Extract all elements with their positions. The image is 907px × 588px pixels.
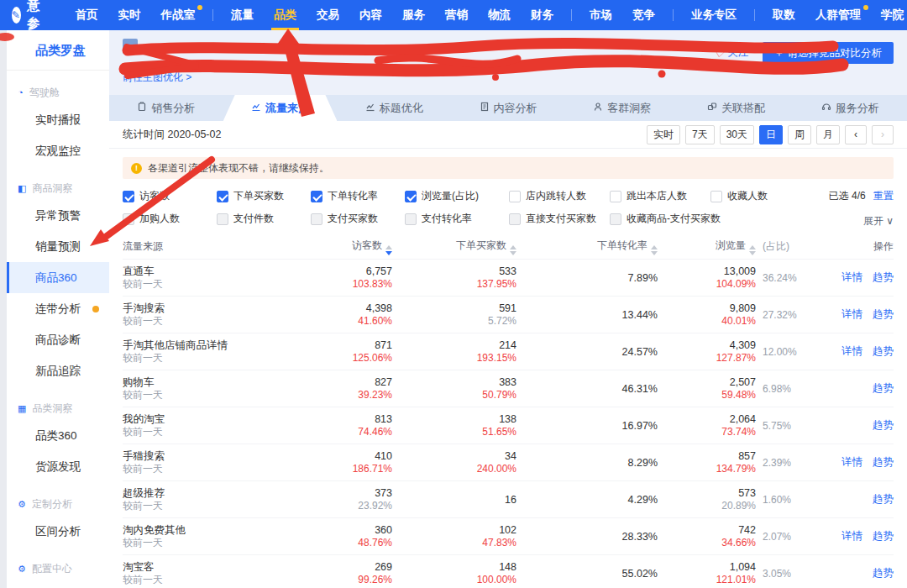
brand[interactable]: ✎ 生意参谋	[12, 0, 49, 50]
sort-icon[interactable]	[510, 245, 516, 255]
nav-item[interactable]: 作战室	[151, 0, 206, 30]
sort-icon[interactable]	[651, 245, 658, 255]
sidebar-item[interactable]: 异常预警	[7, 200, 109, 231]
action-link[interactable]: 趋势	[873, 381, 894, 396]
range-button[interactable]: 日	[759, 125, 783, 144]
nav-item[interactable]: 竞争	[622, 0, 665, 30]
sidebar-item[interactable]: 配置计划	[7, 580, 109, 588]
metric-checkbox[interactable]: 店内跳转人数	[509, 189, 610, 203]
metric-checkbox[interactable]: 加购人数	[123, 212, 217, 226]
col-header[interactable]: 浏览量	[658, 239, 756, 255]
nav-item[interactable]: 取数	[763, 0, 805, 30]
nav-item[interactable]: 流量	[221, 0, 264, 30]
checkbox-checked[interactable]	[405, 191, 417, 202]
range-button[interactable]: 周	[788, 125, 811, 144]
nav-item[interactable]: 学院	[871, 0, 907, 30]
sort-icon[interactable]	[385, 245, 392, 255]
checkbox-checked[interactable]	[123, 191, 134, 202]
tab-service[interactable]: 服务分析	[793, 95, 907, 121]
reset-button[interactable]: 重置	[873, 190, 894, 202]
sidebar-item[interactable]: 销量预测	[7, 231, 109, 262]
tab-title[interactable]: 标题优化	[337, 95, 451, 121]
checkbox-unchecked[interactable]	[217, 213, 228, 225]
metric-checkbox[interactable]: 收藏商品-支付买家数	[610, 212, 721, 226]
prev-button[interactable]: ‹	[845, 125, 867, 144]
checkbox-unchecked[interactable]	[509, 191, 521, 202]
action-link[interactable]: 详情	[841, 344, 862, 359]
metric-checkbox[interactable]: 支付件数	[217, 212, 311, 226]
action-link[interactable]: 趋势	[873, 344, 894, 359]
metric-checkbox[interactable]: 直接支付买家数	[509, 212, 610, 226]
sidebar-item[interactable]: 区间分析	[7, 516, 109, 547]
checkbox-unchecked[interactable]	[123, 213, 134, 225]
action-link[interactable]: 趋势	[873, 307, 894, 322]
action-link[interactable]: 趋势	[873, 455, 894, 470]
tab-traffic[interactable]: 流量来源	[223, 95, 338, 121]
sort-icon[interactable]	[749, 245, 756, 255]
visitors-change: 186.71%	[312, 463, 392, 475]
range-button[interactable]: 30天	[720, 125, 754, 144]
checkbox-unchecked[interactable]	[405, 213, 417, 225]
col-header[interactable]: 下单买家数	[392, 239, 516, 255]
nav-item[interactable]: 交易	[307, 0, 349, 30]
tab-contentdoc[interactable]: 内容分析	[451, 95, 565, 121]
checkbox-unchecked[interactable]	[509, 213, 521, 225]
range-button[interactable]: 实时	[647, 125, 680, 144]
sidebar-item[interactable]: 宏观监控	[7, 135, 109, 166]
nav-item[interactable]: 财务	[521, 0, 564, 30]
action-link[interactable]: 趋势	[873, 492, 894, 507]
col-header[interactable]: 访客数	[312, 239, 392, 255]
sidebar-item[interactable]: 商品诊断	[7, 324, 109, 355]
action-link[interactable]: 详情	[841, 270, 862, 285]
goto-main-image-link[interactable]: 前往主图优化 >	[123, 71, 191, 85]
tab-sales[interactable]: 销售分析	[109, 95, 223, 121]
col-header[interactable]: 下单转化率	[516, 239, 658, 255]
checkbox-unchecked[interactable]	[311, 213, 322, 225]
range-button[interactable]: 7天	[685, 125, 715, 144]
sidebar-item[interactable]: 商品360	[7, 262, 109, 293]
nav-item[interactable]: 营销	[435, 0, 478, 30]
metric-checkbox[interactable]: 支付买家数	[311, 212, 405, 226]
metric-checkbox[interactable]: 支付转化率	[405, 212, 509, 226]
nav-item[interactable]: 内容	[349, 0, 392, 30]
action-link[interactable]: 趋势	[873, 529, 894, 543]
metric-checkbox[interactable]: 下单转化率	[311, 189, 405, 203]
metric-checkbox[interactable]: 访客数	[123, 189, 217, 203]
nav-item[interactable]: 服务	[392, 0, 435, 30]
tab-audience[interactable]: 客群洞察	[565, 95, 679, 121]
range-button[interactable]: 月	[816, 125, 840, 144]
sidebar-item[interactable]: 实时播报	[7, 104, 109, 135]
nav-item[interactable]: 市场	[579, 0, 622, 30]
metric-checkbox[interactable]: 浏览量(占比)	[405, 189, 509, 203]
follow-button[interactable]: ♡ 关注	[714, 45, 749, 60]
product-thumbnail[interactable]	[123, 39, 138, 54]
sidebar-item[interactable]: 新品追踪	[7, 355, 109, 386]
nav-item[interactable]: 物流	[478, 0, 521, 30]
action-link[interactable]: 详情	[841, 307, 862, 322]
action-link[interactable]: 详情	[841, 529, 862, 543]
sidebar-item[interactable]: 货源发现	[7, 451, 109, 482]
metric-checkbox[interactable]: 跳出本店人数	[610, 189, 710, 203]
sidebar-item[interactable]: 品类360	[7, 420, 109, 451]
tab-relate[interactable]: 关联搭配	[679, 95, 794, 121]
checkbox-checked[interactable]	[217, 191, 228, 202]
compare-button[interactable]: ＋ 请选择竞品对比分析	[763, 42, 894, 64]
checkbox-checked[interactable]	[311, 191, 322, 202]
checkbox-unchecked[interactable]	[710, 191, 722, 202]
expand-toggle[interactable]: 展开 ∨	[829, 214, 894, 228]
checkbox-unchecked[interactable]	[610, 191, 621, 202]
nav-item[interactable]: 人群管理	[805, 0, 871, 30]
checkbox-unchecked[interactable]	[610, 213, 621, 225]
sidebar-item[interactable]: 连带分析	[7, 293, 109, 324]
action-link[interactable]: 趋势	[873, 270, 894, 285]
nav-item[interactable]: 首页	[66, 0, 108, 30]
nav-item[interactable]: 业务专区	[681, 0, 747, 30]
nav-menu: 首页实时作战室流量品类交易内容服务营销物流财务市场竞争业务专区取数人群管理学院	[66, 0, 907, 30]
action-link[interactable]: 趋势	[873, 418, 894, 433]
action-link[interactable]: 趋势	[873, 566, 894, 580]
nav-item[interactable]: 实时	[108, 0, 151, 30]
action-link[interactable]: 详情	[841, 455, 862, 470]
nav-item[interactable]: 品类	[264, 0, 307, 30]
metric-checkbox[interactable]: 收藏人数	[710, 189, 768, 203]
metric-checkbox[interactable]: 下单买家数	[217, 189, 311, 203]
